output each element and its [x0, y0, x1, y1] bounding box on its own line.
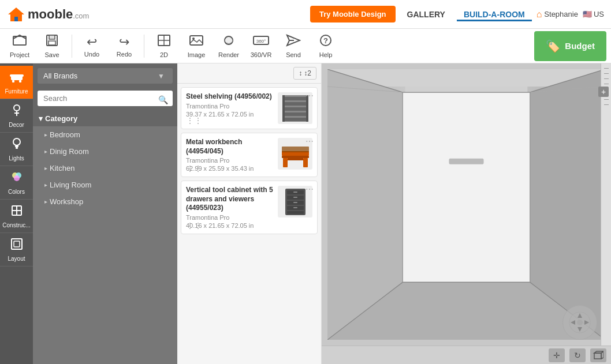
- svg-rect-20: [12, 80, 14, 82]
- lights-icon: [10, 137, 23, 154]
- sidebar-icons: Furniture Decor Lights Colors Construc..…: [0, 63, 33, 364]
- header-nav: Try Mooble Design GALLERY BUILD-A-ROOM ⌂…: [310, 6, 604, 22]
- ruler-tick: [604, 99, 609, 100]
- logo-text: mooble.com: [28, 7, 89, 22]
- save-button[interactable]: Save: [37, 31, 67, 61]
- decor-label: Decor: [9, 122, 24, 128]
- svg-rect-9: [190, 36, 203, 45]
- brand-select[interactable]: All Brands: [38, 68, 173, 84]
- project-button[interactable]: Project: [5, 31, 35, 61]
- colors-label: Colors: [8, 189, 25, 195]
- build-a-room-nav[interactable]: BUILD-A-ROOM: [457, 7, 532, 21]
- svg-text:360°: 360°: [256, 39, 266, 44]
- home-icon: ⌂: [537, 9, 542, 20]
- svg-point-81: [577, 320, 583, 325]
- redo-button[interactable]: ↪ Redo: [109, 31, 139, 61]
- sort-button[interactable]: ↕ ↕2: [293, 67, 316, 80]
- brand-select-wrap: All Brands ▼: [33, 63, 177, 88]
- svg-rect-82: [594, 353, 601, 359]
- bedroom-arrow-icon: ▸: [44, 132, 47, 138]
- product-name-3: Vertical tool cabinet with 5 drawers and…: [186, 186, 273, 213]
- lang-label: US: [594, 10, 604, 18]
- render-button[interactable]: Render: [214, 31, 244, 61]
- render-icon: [221, 34, 236, 50]
- logo-house-icon: [7, 5, 25, 24]
- redo-icon: ↪: [119, 35, 129, 50]
- sidebar-item-colors[interactable]: Colors: [0, 166, 33, 200]
- viewport-move-button[interactable]: ✛: [549, 348, 565, 362]
- svg-rect-34: [12, 239, 22, 249]
- toolbar: Project Save ↩ Undo ↪ Redo 2D Image Rend…: [0, 29, 611, 63]
- language-nav[interactable]: 🇺🇸 US: [583, 10, 604, 18]
- svg-rect-48: [288, 158, 303, 160]
- category-header: ▾ Category: [33, 111, 177, 126]
- living-arrow-icon: ▸: [44, 182, 47, 188]
- product-menu-1[interactable]: ⋯: [306, 91, 314, 100]
- sidebar-item-lights[interactable]: Lights: [0, 133, 33, 166]
- sidebar-item-construction[interactable]: Construc...: [0, 200, 33, 233]
- kitchen-arrow-icon: ▸: [44, 165, 47, 171]
- product-card-2[interactable]: Metal workbench (44954/045) Tramontina P…: [181, 133, 318, 177]
- category-panel: All Brands ▼ 🔍 ▾ Category ▸ Bedroom ▸ Di…: [33, 63, 177, 364]
- sidebar-item-decor[interactable]: Decor: [0, 99, 33, 133]
- main-area: Furniture Decor Lights Colors Construc..…: [0, 63, 611, 364]
- sidebar-item-layout[interactable]: Layout: [0, 233, 33, 267]
- product-brand-1: Tramontina Pro: [186, 103, 273, 110]
- try-mooble-button[interactable]: Try Mooble Design: [310, 6, 396, 22]
- view360-button[interactable]: 360° 360/VR: [246, 31, 276, 61]
- logo: mooble.com: [7, 5, 89, 24]
- svg-marker-84: [601, 351, 603, 359]
- toolbar-divider-2: [144, 35, 144, 58]
- category-item-kitchen[interactable]: ▸ Kitchen: [33, 160, 177, 177]
- svg-rect-19: [10, 74, 24, 77]
- category-item-workshop[interactable]: ▸ Workshop: [33, 193, 177, 210]
- help-button[interactable]: ? Help: [311, 31, 341, 61]
- image-button[interactable]: Image: [181, 31, 211, 61]
- svg-rect-40: [284, 112, 307, 116]
- ruler-tick: [604, 73, 609, 74]
- product-menu-2[interactable]: ⋯: [306, 137, 314, 146]
- budget-button[interactable]: 🏷️ Budget: [534, 31, 606, 61]
- svg-rect-41: [284, 118, 307, 121]
- search-icon: 🔍: [158, 95, 168, 104]
- view2d-button[interactable]: 2D: [149, 31, 179, 61]
- project-icon: [12, 34, 27, 50]
- user-nav[interactable]: ⌂ Stephanie: [537, 9, 578, 20]
- gallery-nav[interactable]: GALLERY: [400, 7, 452, 21]
- flag-icon: 🇺🇸: [583, 10, 592, 18]
- search-input[interactable]: [38, 91, 173, 106]
- svg-rect-42: [282, 95, 285, 122]
- category-item-dining-room[interactable]: ▸ Dinig Room: [33, 143, 177, 160]
- product-card-3[interactable]: Vertical tool cabinet with 5 drawers and…: [181, 181, 318, 234]
- svg-rect-75: [449, 159, 483, 164]
- sidebar-item-furniture[interactable]: Furniture: [0, 66, 33, 99]
- viewport-rotate-button[interactable]: ↻: [569, 348, 586, 362]
- nav-circle[interactable]: [562, 305, 597, 340]
- dining-arrow-icon: ▸: [44, 148, 47, 155]
- zoom-plus-button[interactable]: +: [598, 87, 609, 97]
- products-list: Steel shelving (44956/002) Tramontina Pr…: [177, 84, 321, 364]
- save-icon: [46, 34, 58, 50]
- send-icon: [286, 34, 301, 50]
- furniture-icon: [9, 70, 25, 87]
- category-item-bedroom[interactable]: ▸ Bedroom: [33, 126, 177, 143]
- search-wrap: 🔍: [33, 88, 177, 111]
- products-panel: ↕ ↕2 Steel shelving (44956/002) Tramonti…: [177, 63, 322, 364]
- undo-button[interactable]: ↩ Undo: [77, 31, 107, 61]
- svg-rect-5: [49, 41, 55, 45]
- category-item-living-room[interactable]: ▸ Living Room: [33, 177, 177, 193]
- product-name-1: Steel shelving (44956/002): [186, 92, 273, 102]
- product-menu-3[interactable]: ⋯: [306, 185, 314, 194]
- viewport-3d-button[interactable]: [590, 348, 606, 362]
- header: mooble.com Try Mooble Design GALLERY BUI…: [0, 0, 611, 29]
- product-card-1[interactable]: Steel shelving (44956/002) Tramontina Pr…: [181, 87, 318, 129]
- viewport[interactable]: + ✛ ↻: [322, 63, 611, 364]
- view2d-icon: [157, 34, 171, 50]
- product-name-2: Metal workbench (44954/045): [186, 138, 273, 156]
- ruler-tick: [604, 68, 609, 69]
- svg-rect-58: [293, 202, 297, 203]
- svg-rect-39: [284, 107, 307, 111]
- svg-rect-46: [283, 158, 288, 167]
- send-button[interactable]: Send: [278, 31, 308, 61]
- product-info-1: Steel shelving (44956/002) Tramontina Pr…: [186, 92, 273, 118]
